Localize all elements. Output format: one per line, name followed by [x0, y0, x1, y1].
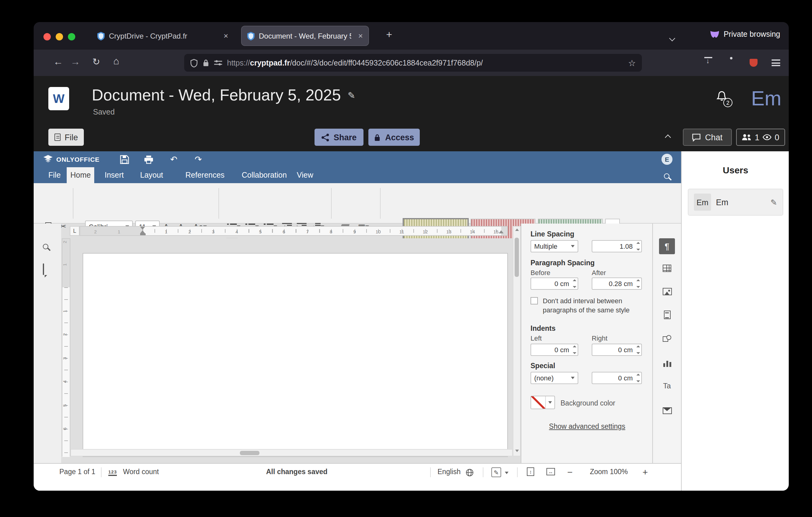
- tab-view[interactable]: View: [293, 167, 317, 183]
- h-ruler-number: 9: [353, 229, 356, 234]
- tracking-shield-icon[interactable]: [190, 58, 198, 67]
- background-color-picker[interactable]: [530, 396, 555, 409]
- file-menu-label: File: [64, 133, 78, 142]
- share-label: Share: [334, 133, 356, 142]
- account-avatar[interactable]: Em: [751, 87, 781, 110]
- editor-user-avatar[interactable]: E: [662, 154, 672, 165]
- first-line-indent-marker[interactable]: [140, 227, 145, 230]
- language-globe-icon[interactable]: [466, 469, 474, 478]
- chat-button[interactable]: Chat: [683, 129, 732, 146]
- header-footer-settings-icon[interactable]: [661, 309, 673, 321]
- editor-search-icon[interactable]: [664, 170, 669, 181]
- vertical-scrollbar-thumb[interactable]: [515, 238, 519, 277]
- menu-hamburger-icon[interactable]: [772, 59, 780, 66]
- paragraph-settings-icon[interactable]: ¶: [659, 238, 675, 254]
- special-spinner[interactable]: 0 cm: [592, 372, 642, 384]
- tab-layout[interactable]: Layout: [137, 167, 167, 183]
- line-spacing-spinner[interactable]: 1.08: [592, 240, 642, 252]
- ublock-icon[interactable]: [750, 59, 757, 67]
- tab-document[interactable]: Document - Wed, February 5, 2 ×: [242, 26, 368, 45]
- chevron-down-icon[interactable]: [505, 472, 509, 474]
- fit-width-icon[interactable]: ↔: [546, 468, 555, 475]
- access-button[interactable]: Access: [368, 129, 420, 146]
- close-tab-icon[interactable]: ×: [358, 31, 363, 40]
- paragraph-spacing-header: Paragraph Spacing: [530, 259, 595, 267]
- spell-check-icon[interactable]: ✎: [491, 467, 501, 477]
- lock-icon[interactable]: [203, 59, 209, 67]
- hanging-indent-marker[interactable]: [140, 230, 145, 234]
- vertical-scrollbar[interactable]: [513, 226, 521, 456]
- horizontal-scrollbar[interactable]: [70, 449, 513, 456]
- tab-references[interactable]: References: [182, 167, 228, 183]
- reload-icon[interactable]: ↻: [92, 56, 100, 67]
- no-interval-checkbox[interactable]: [530, 297, 538, 304]
- search-icon[interactable]: [43, 241, 48, 252]
- url-bar[interactable]: https://cryptpad.fr/doc/#/3/doc/edit/ff0…: [184, 54, 642, 72]
- url-text[interactable]: https://cryptpad.fr/doc/#/3/doc/edit/ff0…: [227, 58, 483, 67]
- file-menu-button[interactable]: File: [48, 129, 84, 146]
- h-ruler-number: 2: [94, 229, 97, 234]
- editor-toolbar: ✂ Calibri 11 A▲ A▼ Aa B I U S A2 A2 A ↕: [34, 183, 681, 224]
- indent-left-spinner[interactable]: 0 cm: [530, 344, 578, 356]
- list-tabs-chevron-icon[interactable]: [670, 32, 674, 43]
- home-icon[interactable]: ⌂: [113, 56, 119, 67]
- share-button[interactable]: Share: [315, 129, 364, 146]
- right-indent-marker[interactable]: [499, 230, 503, 234]
- save-icon[interactable]: [118, 154, 130, 165]
- special-select[interactable]: (none): [530, 372, 578, 384]
- line-spacing-select[interactable]: Multiple: [530, 240, 578, 252]
- tab-stop-selector[interactable]: L: [70, 226, 80, 236]
- tab-collaboration[interactable]: Collaboration: [238, 167, 290, 183]
- document-page[interactable]: [83, 253, 507, 456]
- tab-insert[interactable]: Insert: [101, 167, 127, 183]
- zoom-level[interactable]: Zoom 100%: [584, 468, 633, 475]
- indent-right-spinner[interactable]: 0 cm: [592, 344, 642, 356]
- h-ruler-number: 13: [446, 229, 452, 234]
- h-ruler-number: 5: [259, 229, 262, 234]
- table-settings-icon[interactable]: [661, 262, 673, 274]
- shape-settings-icon[interactable]: [661, 333, 673, 345]
- edit-user-icon[interactable]: ✎: [771, 197, 777, 207]
- advanced-settings-link[interactable]: Show advanced settings: [521, 423, 653, 430]
- tab-cryptdrive[interactable]: CryptDrive - CryptPad.fr ×: [92, 26, 234, 45]
- edit-title-icon[interactable]: ✎: [348, 90, 355, 101]
- close-window-button[interactable]: [44, 33, 51, 40]
- tab-file[interactable]: File: [45, 167, 64, 183]
- image-settings-icon[interactable]: [661, 285, 673, 298]
- user-avatar: Em: [694, 194, 711, 211]
- tab-home[interactable]: Home: [67, 167, 94, 183]
- horizontal-scrollbar-thumb[interactable]: [240, 451, 259, 455]
- left-indent-marker[interactable]: [140, 234, 145, 235]
- undo-icon[interactable]: ↶: [168, 154, 180, 165]
- close-tab-icon[interactable]: ×: [224, 31, 228, 40]
- print-icon[interactable]: [143, 154, 155, 165]
- fit-page-icon[interactable]: ↕: [527, 467, 534, 476]
- page-indicator[interactable]: Page 1 of 1: [59, 468, 95, 475]
- word-count-label[interactable]: Word count: [123, 468, 159, 475]
- chart-settings-icon[interactable]: [661, 357, 673, 370]
- minimize-window-button[interactable]: [56, 33, 63, 40]
- spacing-after-spinner[interactable]: 0.28 cm: [592, 277, 642, 290]
- mail-merge-settings-icon[interactable]: [661, 404, 673, 416]
- special-header: Special: [530, 362, 555, 370]
- redo-icon[interactable]: ↷: [192, 154, 204, 165]
- text-art-settings-icon[interactable]: Ta: [661, 380, 673, 392]
- new-tab-button[interactable]: +: [386, 29, 392, 41]
- permissions-icon[interactable]: [214, 59, 222, 66]
- language-label[interactable]: English: [437, 468, 461, 475]
- onlyoffice-logo-icon: [44, 155, 53, 164]
- collapse-toolbar-button[interactable]: [657, 129, 678, 146]
- back-icon[interactable]: ←: [53, 56, 63, 67]
- forward-icon[interactable]: →: [70, 56, 80, 67]
- h-ruler-number: 1: [118, 229, 120, 234]
- bookmark-star-icon[interactable]: ☆: [628, 58, 636, 68]
- zoom-out-button[interactable]: −: [567, 467, 573, 477]
- zoom-in-button[interactable]: +: [642, 467, 648, 477]
- user-list-button[interactable]: 1 0: [736, 129, 785, 146]
- spacing-before-spinner[interactable]: 0 cm: [530, 277, 578, 290]
- scroll-up-icon[interactable]: [515, 228, 519, 231]
- comments-icon[interactable]: [43, 264, 44, 275]
- scroll-down-icon[interactable]: [515, 450, 519, 452]
- user-list-item[interactable]: Em Em ✎: [688, 189, 783, 216]
- maximize-window-button[interactable]: [68, 33, 75, 40]
